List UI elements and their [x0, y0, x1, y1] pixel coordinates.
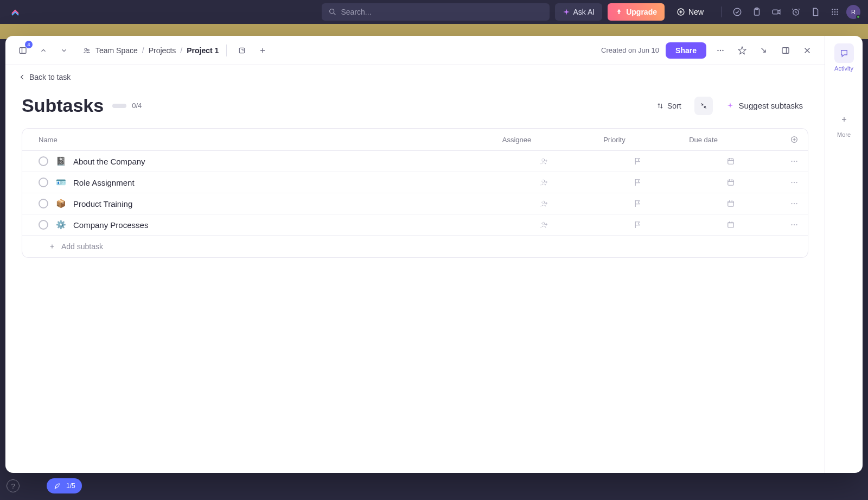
svg-point-22 — [717, 49, 718, 50]
search-input[interactable]: Search... — [322, 3, 550, 21]
due-date-button[interactable] — [689, 178, 772, 187]
svg-point-36 — [794, 182, 795, 183]
progress-bar — [112, 104, 126, 108]
priority-button[interactable] — [603, 156, 672, 166]
status-circle[interactable] — [39, 178, 48, 187]
crumb-folder[interactable]: Projects — [149, 46, 176, 55]
status-circle[interactable] — [39, 220, 48, 230]
suggest-subtasks-button[interactable]: Suggest subtasks — [720, 98, 808, 113]
row-more-button[interactable] — [789, 220, 799, 230]
add-column-button[interactable] — [789, 135, 799, 144]
onboarding-pill[interactable]: 1/5 — [47, 478, 82, 493]
presence-dot — [856, 15, 860, 19]
task-name: About the Company — [73, 157, 145, 166]
new-tab-button[interactable] — [234, 43, 250, 58]
due-date-button[interactable] — [689, 220, 772, 230]
crumb-project[interactable]: Project 1 — [187, 46, 219, 55]
star-icon — [737, 46, 747, 55]
table-row[interactable]: ⚙️Company Processes — [22, 214, 808, 236]
alarm-icon[interactable] — [791, 7, 801, 17]
svg-point-11 — [832, 11, 833, 12]
priority-button[interactable] — [603, 199, 672, 208]
minimize-button[interactable] — [756, 43, 771, 58]
topnav-icons — [732, 7, 840, 17]
rail-activity[interactable]: Activity — [834, 43, 854, 72]
svg-point-8 — [832, 9, 833, 10]
top-nav: Search... Ask AI Upgrade New R — [0, 0, 868, 24]
assignee-button[interactable] — [502, 178, 586, 187]
plus-circle-icon — [790, 135, 799, 144]
due-date-button[interactable] — [689, 156, 772, 166]
svg-point-43 — [542, 222, 545, 225]
add-button[interactable] — [255, 43, 270, 58]
prev-task[interactable] — [36, 43, 51, 58]
assignee-button[interactable] — [502, 156, 586, 166]
task-name: Company Processes — [73, 220, 148, 230]
clipboard-icon[interactable] — [752, 7, 762, 17]
sparkle-icon — [726, 102, 735, 110]
col-assignee: Assignee — [494, 129, 595, 151]
check-circle-icon[interactable] — [732, 7, 742, 17]
assignee-button[interactable] — [502, 199, 586, 208]
row-more-button[interactable] — [789, 156, 799, 166]
svg-point-24 — [722, 49, 723, 50]
right-rail: Activity More — [825, 36, 863, 473]
app-logo[interactable] — [8, 4, 23, 20]
svg-point-41 — [794, 203, 795, 204]
svg-point-0 — [329, 9, 334, 14]
plus-circle-icon — [676, 8, 685, 16]
status-circle[interactable] — [39, 199, 48, 208]
collapse-icon — [699, 102, 708, 110]
rail-more[interactable]: More — [834, 110, 854, 138]
add-subtask-button[interactable]: Add subtask — [31, 242, 799, 251]
priority-button[interactable] — [603, 220, 672, 230]
row-more-button[interactable] — [789, 178, 799, 187]
status-circle[interactable] — [39, 156, 48, 166]
document-icon[interactable] — [810, 7, 820, 17]
sparkle-icon — [563, 8, 570, 16]
close-button[interactable] — [800, 43, 815, 58]
video-icon[interactable] — [771, 7, 781, 17]
svg-point-13 — [837, 11, 838, 12]
share-button[interactable]: Share — [666, 42, 706, 59]
dots-icon — [716, 46, 725, 55]
svg-rect-34 — [727, 180, 733, 186]
assignee-button[interactable] — [502, 220, 586, 230]
chevron-left-icon — [18, 73, 26, 81]
svg-point-33 — [542, 180, 545, 182]
user-avatar[interactable]: R — [846, 5, 860, 19]
favorite-button[interactable] — [735, 43, 750, 58]
modal-header: 4 Team Space / Projects / Project 1 Crea… — [5, 36, 825, 65]
col-name: Name — [22, 129, 494, 151]
table-row[interactable]: 📓About the Company — [22, 151, 808, 172]
svg-point-46 — [794, 224, 795, 225]
crumb-space[interactable]: Team Space — [95, 46, 138, 55]
back-to-task[interactable]: Back to task — [18, 73, 71, 81]
ask-ai-button[interactable]: Ask AI — [555, 3, 603, 21]
svg-point-31 — [794, 161, 795, 162]
sidebar-toggle[interactable]: 4 — [15, 43, 30, 58]
svg-point-10 — [837, 9, 838, 10]
task-modal: 4 Team Space / Projects / Project 1 Crea… — [5, 36, 863, 473]
table-row[interactable]: 🪪Role Assignment — [22, 172, 808, 193]
table-row[interactable]: 📦Product Training — [22, 193, 808, 214]
help-button[interactable]: ? — [7, 479, 20, 492]
background-footer: ? 1/5 — [7, 478, 82, 493]
apps-grid-icon[interactable] — [830, 7, 840, 17]
new-button[interactable]: New — [670, 3, 710, 21]
task-emoji: 📦 — [55, 199, 67, 208]
team-icon — [82, 46, 91, 55]
more-menu[interactable] — [713, 43, 728, 58]
breadcrumb: Team Space / Projects / Project 1 — [82, 46, 219, 55]
svg-point-9 — [834, 9, 835, 10]
collapse-button[interactable] — [694, 97, 713, 115]
upgrade-button[interactable]: Upgrade — [608, 3, 665, 21]
task-emoji: 📓 — [55, 156, 67, 166]
row-more-button[interactable] — [789, 199, 799, 208]
priority-button[interactable] — [603, 178, 672, 187]
svg-point-30 — [791, 161, 792, 162]
expand-panel-button[interactable] — [778, 43, 793, 58]
sort-button[interactable]: Sort — [651, 98, 687, 113]
next-task[interactable] — [56, 43, 72, 58]
due-date-button[interactable] — [689, 199, 772, 208]
